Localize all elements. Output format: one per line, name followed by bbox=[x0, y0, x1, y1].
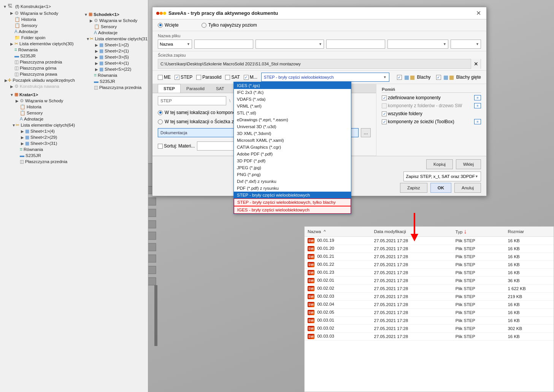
format-type-dropdown[interactable]: STEP - bryły części wieloobiektowych ▼ bbox=[261, 73, 389, 82]
check-more[interactable]: ✓ M... bbox=[244, 75, 257, 80]
tree-item-historia1[interactable]: 📋 Historia bbox=[3, 16, 76, 22]
tree-item-sensory1[interactable]: 📋 Sensory bbox=[3, 22, 76, 29]
tree-krata-historia[interactable]: 📋 Historia bbox=[3, 104, 76, 110]
table-row[interactable]: SW 00.01.21 27.05.2021 17:28 Plik STEP 1… bbox=[305, 253, 554, 261]
filename-type-dropdown[interactable]: Nazwa ▼ bbox=[158, 40, 192, 49]
radio-location-2[interactable]: W tej samej lokalizacji o Ścieżka zapisu bbox=[158, 119, 245, 124]
tree-item-s235jr1[interactable]: ▬ S235JR bbox=[3, 53, 76, 59]
tree-sch-sensory[interactable]: 📋 Sensory bbox=[77, 24, 148, 30]
filename-input-2[interactable] bbox=[326, 40, 385, 49]
tree-krata-sensory[interactable]: 📋 Sensory bbox=[3, 110, 76, 116]
kopiuj-button[interactable]: Kopiuj bbox=[426, 159, 453, 169]
step-name-input[interactable] bbox=[158, 96, 226, 105]
filename-select-3[interactable]: ▼ bbox=[387, 40, 448, 49]
tree-root[interactable]: ▼ 🏗 (f) Konstrukcja<1> bbox=[2, 3, 146, 10]
tree-krata-plane[interactable]: ◫ Płaszczyzna przednia bbox=[3, 159, 76, 165]
table-row[interactable]: SW 00.02.02 27.05.2021 17:28 Plik STEP 1… bbox=[305, 285, 554, 293]
tree-sch-sheet2[interactable]: ▶ ▦ Sheet<2>(1) bbox=[77, 48, 148, 54]
tree-item-rownania1[interactable]: = Równania bbox=[3, 47, 76, 53]
check-step[interactable]: ✓ STEP bbox=[175, 75, 192, 80]
tree-sch-sheet3[interactable]: ▶ ▦ Sheet<3>(5) bbox=[77, 54, 148, 60]
tree-item-pl-przednia1[interactable]: ◫ Płaszczyzna przednia bbox=[3, 59, 76, 65]
tree-item-konstr-nawana[interactable]: ▶ ⚙ Konstrukcja nawana bbox=[3, 83, 76, 89]
check-blachy[interactable]: ✓ bbox=[397, 75, 402, 80]
tree-krata-wiazania[interactable]: ▶ ⚙ Wiązania w Schody bbox=[3, 98, 76, 104]
filename-select-4[interactable]: ▼ bbox=[451, 40, 481, 49]
tree-krata-sheet3[interactable]: ▶ ▦ Sheet<3>(31) bbox=[3, 140, 76, 146]
tab-step[interactable]: STEP bbox=[158, 84, 181, 93]
radio-wciete[interactable]: Wcięte bbox=[158, 22, 179, 28]
dropdown-item-9[interactable]: CATIA Graphics (*.cgr) bbox=[234, 144, 351, 151]
table-row[interactable]: SW 00.02.01 27.05.2021 17:28 Plik STEP 3… bbox=[305, 277, 554, 285]
tree-sch-wiazania[interactable]: ▶ ⚙ Wiązania w Schody bbox=[77, 17, 148, 24]
tree-sch-lista31[interactable]: ▼ ✂ Lista elementów ciętych(31) bbox=[77, 36, 148, 42]
anuluj-button[interactable]: Anuluj bbox=[454, 183, 481, 193]
check-foldery-sw[interactable]: komponenty z folderów - drzewo SW bbox=[382, 103, 462, 108]
table-row[interactable]: SW 00.01.23 27.05.2021 17:28 Plik STEP 1… bbox=[305, 269, 554, 277]
table-row[interactable]: SW 00.03.02 27.05.2021 17:28 Plik STEP 3… bbox=[305, 325, 554, 333]
check-sat[interactable]: SAT bbox=[225, 75, 240, 80]
tree-sch-sheet5[interactable]: ▶ ▦ Sheet<5>(22) bbox=[77, 66, 148, 72]
tree-expand-root[interactable]: ▼ bbox=[2, 5, 8, 9]
dropdown-item-14[interactable]: Dxf (*.dxf) z rysunku bbox=[234, 178, 351, 185]
table-row[interactable]: SW 00.01.20 27.05.2021 17:28 Plik STEP 1… bbox=[305, 245, 554, 253]
check-parasolid[interactable]: Parasolid bbox=[196, 75, 221, 80]
location-browse-btn[interactable]: … bbox=[361, 128, 371, 137]
tree-item-wiazania[interactable]: ▶ ⚙ Wiązania w Schody bbox=[3, 10, 76, 16]
dropdown-item-8[interactable]: Microsoft XAML (*.xaml) bbox=[234, 137, 351, 144]
tree-item-adnotacje1[interactable]: A Adnotacje bbox=[3, 29, 76, 35]
tree-item-pl-prawa[interactable]: ◫ Płaszczyzna prawa bbox=[3, 71, 76, 77]
col-typ[interactable]: Typ ↓ bbox=[452, 227, 505, 237]
dropdown-item-0[interactable]: IGES (*.igs) bbox=[234, 82, 351, 89]
tree-krata-header[interactable]: ▼ ⊞ Krata<1> bbox=[3, 92, 76, 98]
close-button[interactable]: ✕ bbox=[475, 10, 483, 17]
check-wszystkie-foldery[interactable]: ✓ wszystkie foldery bbox=[382, 111, 422, 116]
list-icon-zdef[interactable]: ≡ bbox=[474, 95, 481, 100]
dropdown-item-3[interactable]: VRML (*.wrl) bbox=[234, 103, 351, 110]
check-zdefiniowane[interactable]: ✓ zdefiniowane komponenty bbox=[382, 95, 441, 100]
dropdown-item-16[interactable]: STEP - bryły części wieloobiektowych bbox=[234, 192, 351, 198]
tree-item-lista30[interactable]: ▶ ✂ Lista elementów ciętych(30) bbox=[3, 41, 76, 47]
tree-sch-sheet4[interactable]: ▶ ▦ Sheet<4>(1) bbox=[77, 60, 148, 66]
tree-krata-lista64[interactable]: ▼ ✂ Lista elementów ciętych(64) bbox=[3, 122, 76, 128]
zapisz-button[interactable]: Zapisz bbox=[400, 183, 427, 193]
check-sort[interactable]: Sortuj: Materi... bbox=[158, 143, 195, 149]
expand-wiazania[interactable]: ▶ bbox=[9, 11, 14, 15]
check-me[interactable]: ME bbox=[158, 75, 171, 80]
wklej-button[interactable]: Wklej bbox=[456, 159, 481, 169]
filename-input-1[interactable] bbox=[194, 40, 253, 49]
table-row[interactable]: SW 00.02.05 27.05.2021 17:28 Plik STEP 1… bbox=[305, 309, 554, 317]
dropdown-item-12[interactable]: JPEG (*.jpg) bbox=[234, 164, 351, 171]
tree-sch-rownania[interactable]: = Równania bbox=[77, 72, 148, 78]
table-row[interactable]: SW 00.03.01 27.05.2021 17:28 Plik STEP 1… bbox=[305, 317, 554, 325]
dropdown-item-10[interactable]: Adobe PDF (*.pdf) bbox=[234, 151, 351, 157]
radio-tylko[interactable]: Tylko najwyższy poziom bbox=[202, 22, 257, 28]
dropdown-item-1[interactable]: IFC 2x3 (*.ifc) bbox=[234, 89, 351, 96]
dropdown-item-2[interactable]: VDAFS (*.vda) bbox=[234, 96, 351, 103]
tree-krata-s235jr[interactable]: ▬ S235JR bbox=[3, 152, 76, 159]
dropdown-item-17[interactable]: STEP - bryły części wieloobiektowych, ty… bbox=[234, 198, 351, 206]
dropdown-item-18[interactable]: IGES - bryły części wieloobiektowych bbox=[234, 206, 351, 214]
table-row[interactable]: SW 00.01.22 27.05.2021 17:28 Plik STEP 1… bbox=[305, 261, 554, 269]
tree-krata-adnotacje[interactable]: A Adnotacje bbox=[3, 116, 76, 122]
path-browse-btn[interactable]: ✕ bbox=[471, 59, 481, 69]
dropdown-item-4[interactable]: STL (*.stl) bbox=[234, 110, 351, 116]
dropdown-item-6[interactable]: Universal 3D (*.u3d) bbox=[234, 123, 351, 130]
tree-sch-adnotacje[interactable]: A Adnotacje bbox=[77, 30, 148, 36]
expand-lista30[interactable]: ▶ bbox=[9, 42, 14, 46]
table-row[interactable]: SW 00.03.03 27.05.2021 17:28 Plik STEP 1… bbox=[305, 333, 554, 341]
dropdown-item-11[interactable]: 3D PDF (*.pdf) bbox=[234, 157, 351, 164]
dropdown-item-5[interactable]: eDrawings (*.eprt, *.easm) bbox=[234, 116, 351, 123]
tree-item-pl-gorna[interactable]: ◫ Płaszczyzna górna bbox=[3, 65, 76, 71]
tab-parasolid[interactable]: Parasolid bbox=[181, 84, 210, 93]
save-type-dropdown[interactable]: Zapisz STEP, x_t, SAT oraz 3DPDF ▼ bbox=[403, 171, 481, 181]
tree-sch-s235jr[interactable]: ▬ S235JR bbox=[77, 78, 148, 84]
check-blachy-giete[interactable]: ✓ bbox=[436, 75, 441, 80]
tab-sat[interactable]: SAT bbox=[210, 84, 230, 93]
table-row[interactable]: SW 00.02.03 27.05.2021 17:28 Plik STEP 2… bbox=[305, 293, 554, 301]
list-icon-toolbox[interactable]: ≡ bbox=[474, 119, 481, 124]
table-row[interactable]: SW 00.01.19 27.05.2021 17:28 Plik STEP 1… bbox=[305, 237, 554, 245]
tree-item-poczatek[interactable]: ▶ ✛ Początek układu współrzędnych bbox=[3, 77, 76, 83]
dropdown-item-13[interactable]: PNG (*.png) bbox=[234, 171, 351, 178]
dropdown-item-7[interactable]: 3D XML (*.3dxml) bbox=[234, 130, 351, 137]
